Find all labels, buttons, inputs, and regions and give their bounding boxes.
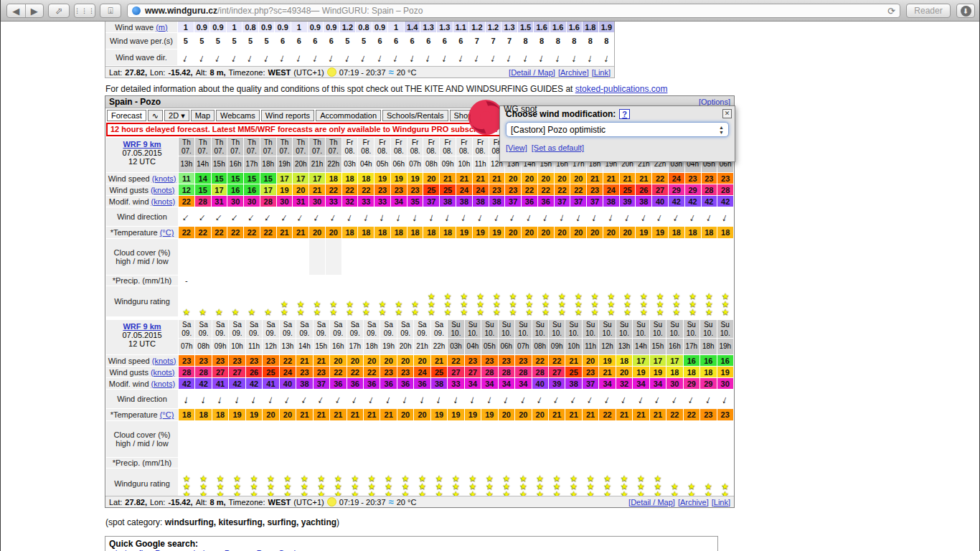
tab-2d[interactable]: 2D ▾ bbox=[164, 110, 189, 121]
cloud-cover-cell bbox=[364, 421, 380, 457]
forecast-column: Th07.21h bbox=[309, 138, 325, 172]
close-icon[interactable]: ✕ bbox=[722, 109, 732, 118]
wind-gusts-cell: 23 bbox=[380, 367, 396, 377]
wind-direction-cell: ↓ bbox=[212, 207, 227, 226]
modified-wind-cell: 42 bbox=[669, 196, 684, 207]
wave-direction-cell: ↓ bbox=[420, 50, 436, 65]
tab-map[interactable]: Map bbox=[191, 110, 215, 121]
reload-icon[interactable]: ⟳ bbox=[887, 6, 895, 17]
row-label: Cloud cover (%)high / mid / low bbox=[106, 239, 178, 275]
wind-direction-arrow: ↓ bbox=[452, 393, 460, 405]
rating-cell: ★★★ bbox=[505, 286, 521, 316]
temperature-cell: 19 bbox=[229, 409, 245, 420]
hour-cell: 18h bbox=[364, 339, 380, 354]
knots-unit-link[interactable]: (knots) bbox=[151, 186, 175, 194]
view-link[interactable]: [View] bbox=[506, 143, 527, 152]
wind-direction-arrow: ↓ bbox=[316, 393, 326, 405]
tab-webcams[interactable]: Webcams bbox=[216, 110, 260, 121]
knots-unit-link[interactable]: (knots) bbox=[152, 357, 176, 365]
wind-direction-arrow: ↓ bbox=[312, 211, 322, 223]
set-default-link[interactable]: [Set as default] bbox=[532, 143, 584, 152]
modified-wind-cell: 38 bbox=[603, 196, 619, 207]
browser-toolbar: ◀ ▶ ⬀ ⋮⋮⋮ ⍗ www.windguru.cz /int/index.p… bbox=[1, 0, 979, 22]
detail-map-link[interactable]: [Detail / Map] bbox=[628, 498, 675, 507]
modified-wind-cell: 36 bbox=[364, 378, 380, 389]
reader-button[interactable]: Reader bbox=[906, 4, 951, 18]
detail-map-link[interactable]: [Detail / Map] bbox=[509, 68, 555, 77]
download-button[interactable]: ⬇ bbox=[956, 4, 975, 18]
wind-direction-cell: ↓ bbox=[374, 207, 390, 226]
footer-text: 27.82, bbox=[125, 498, 147, 507]
modified-wind-cell: 37 bbox=[587, 196, 603, 207]
star-icon: ★ bbox=[640, 309, 648, 316]
hour-cell: 11h bbox=[246, 339, 262, 354]
wind-speed-cell: 16 bbox=[717, 355, 733, 366]
temperature-cell: 18 bbox=[423, 227, 439, 238]
wind-gusts-cell: 19 bbox=[277, 184, 293, 195]
day-cell: Th07. bbox=[179, 138, 194, 156]
knots-unit-link[interactable]: (knots) bbox=[151, 380, 176, 388]
wind-direction-arrow: ↓ bbox=[653, 393, 662, 405]
precip-cell bbox=[309, 276, 325, 286]
cloud-cover-cell bbox=[549, 421, 565, 457]
celsius-unit-link[interactable]: (°C) bbox=[160, 410, 174, 419]
modified-wind-cell: 38 bbox=[473, 196, 489, 207]
precip-cell bbox=[358, 276, 374, 286]
knots-unit-link[interactable]: (knots) bbox=[152, 174, 176, 183]
modified-wind-cell: 41 bbox=[212, 378, 228, 389]
celsius-unit-link[interactable]: (°C) bbox=[160, 228, 174, 237]
day-cell: Sa09. bbox=[431, 320, 447, 338]
link-link[interactable]: [Link] bbox=[592, 68, 611, 77]
stoked-publications-link[interactable]: stoked-publications.com bbox=[575, 84, 668, 94]
tab-forecast[interactable]: Forecast bbox=[107, 110, 146, 121]
nav-buttons[interactable]: ◀ ▶ bbox=[6, 4, 44, 18]
top-sites-button[interactable]: ⋮⋮⋮ bbox=[74, 4, 95, 18]
tab-schools-rentals[interactable]: Schools/Rentals bbox=[382, 110, 448, 121]
wind-direction-cell: ↓ bbox=[684, 390, 699, 408]
star-icon: ★ bbox=[411, 309, 419, 316]
model-name-link[interactable]: WRF 9 km bbox=[106, 322, 178, 331]
temperature-cell: 20 bbox=[555, 227, 570, 238]
wave-height-cell: 1.2 bbox=[340, 22, 356, 32]
forecast-column: Su10.13h bbox=[616, 320, 632, 354]
star-icon: ★ bbox=[591, 309, 599, 316]
knots-unit-link[interactable]: (knots) bbox=[151, 197, 176, 206]
wind-direction-arrow: ↓ bbox=[199, 393, 207, 405]
precip-cell bbox=[499, 458, 514, 468]
help-icon[interactable]: ? bbox=[619, 109, 630, 119]
day-cell: Sa09. bbox=[179, 320, 194, 338]
tab-wind-reports[interactable]: Wind reports bbox=[261, 110, 314, 121]
cloud-cover-cell bbox=[397, 421, 413, 457]
modified-wind-cell: 39 bbox=[620, 196, 636, 207]
hour-cell: 14h bbox=[195, 156, 211, 172]
wind-gusts-cell: 28 bbox=[481, 367, 497, 377]
archive-link[interactable]: [Archive] bbox=[558, 68, 589, 77]
archive-link[interactable]: [Archive] bbox=[678, 498, 709, 507]
wave-height-cell: 0.9 bbox=[194, 22, 210, 32]
wind-direction-arrow: ↓ bbox=[327, 52, 336, 64]
share-button[interactable]: ⬀ bbox=[48, 4, 70, 18]
day-cell: Fr08. bbox=[423, 138, 439, 156]
waves-tab[interactable]: ∿ bbox=[148, 110, 163, 121]
wave-unit-link[interactable]: (m) bbox=[156, 23, 168, 32]
link-link[interactable]: [Link] bbox=[712, 498, 730, 507]
temperature-row: *Temperature (°C)22222222222221212020181… bbox=[106, 227, 733, 238]
model-name-link[interactable]: WRF 9 km bbox=[106, 140, 178, 149]
back-icon[interactable]: ◀ bbox=[7, 6, 25, 17]
tab-accommodation[interactable]: Accommodation bbox=[316, 110, 381, 121]
modified-wind-cell: 34 bbox=[465, 378, 481, 389]
wave-direction-cell: ↓ bbox=[291, 50, 307, 65]
wind-modification-select[interactable]: [Castorx] Pozo optimistic ▲▼ bbox=[506, 122, 729, 137]
cloud-label: Cloud cover (%)high / mid / low bbox=[114, 248, 171, 265]
forward-icon[interactable]: ▶ bbox=[26, 6, 44, 17]
rating-cell: ★ bbox=[244, 286, 260, 316]
downloads-tray-button[interactable]: ⍗ bbox=[100, 4, 121, 18]
cloud-cover-cell bbox=[260, 239, 276, 275]
wind-speed-cell: 22 bbox=[652, 173, 668, 184]
wave-height-cell: 0.9 bbox=[308, 22, 324, 32]
wind-direction-arrow: ↓ bbox=[296, 211, 306, 223]
wind-direction-arrow: ↓ bbox=[181, 211, 192, 222]
address-bar[interactable]: www.windguru.cz /int/index.php?sc=49348 … bbox=[127, 4, 900, 18]
knots-unit-link[interactable]: (knots) bbox=[151, 368, 175, 377]
temperature-cell: 22 bbox=[260, 227, 276, 238]
